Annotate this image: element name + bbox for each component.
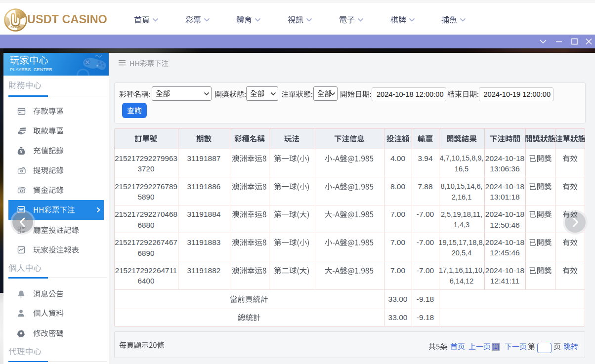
svg-text:CASINO: CASINO <box>10 26 20 29</box>
